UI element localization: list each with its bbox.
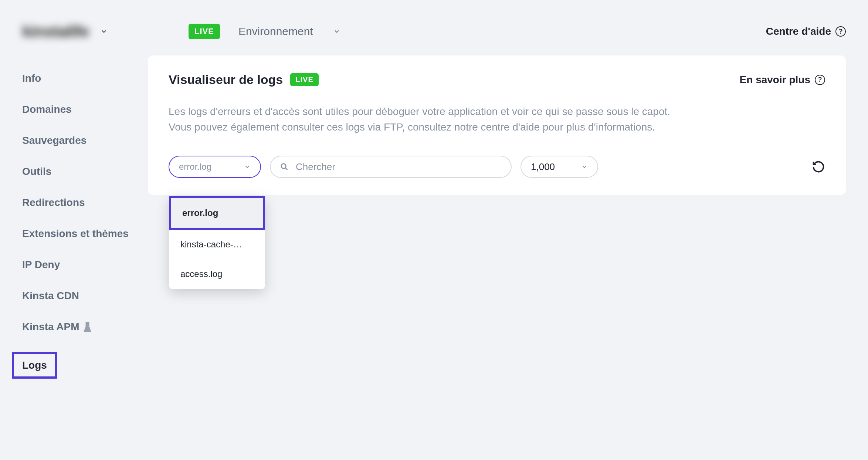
sidebar-item-label: Info — [22, 72, 41, 84]
controls-row: error.log error.log kinsta-cache-… acces… — [169, 156, 825, 178]
sidebar-item-label: Extensions et thèmes — [22, 228, 129, 240]
environment-selector[interactable] — [333, 28, 340, 35]
card-header: Visualiseur de logs LIVE En savoir plus … — [169, 72, 825, 87]
logs-card: Visualiseur de logs LIVE En savoir plus … — [148, 55, 846, 195]
search-field-wrap — [270, 156, 512, 178]
dropdown-option-access-log[interactable]: access.log — [169, 259, 265, 289]
line-count-value: 1,000 — [531, 161, 555, 173]
sidebar: Info Domaines Sauvegardes Outils Redirec… — [22, 55, 148, 388]
card-description: Les logs d'erreurs et d'accès sont utile… — [169, 104, 679, 135]
card-title: Visualiseur de logs — [169, 72, 283, 87]
chevron-down-icon — [581, 163, 588, 170]
beta-flask-icon — [84, 322, 91, 332]
sidebar-item-label: Sauvegardes — [22, 135, 87, 146]
sidebar-item-extensions[interactable]: Extensions et thèmes — [22, 218, 148, 249]
search-icon — [280, 163, 288, 171]
dropdown-option-error-log[interactable]: error.log — [169, 196, 265, 230]
live-badge: LIVE — [189, 24, 220, 39]
log-file-select[interactable]: error.log error.log kinsta-cache-… acces… — [169, 156, 261, 178]
chevron-down-icon — [244, 163, 251, 170]
sidebar-item-label: Kinsta CDN — [22, 290, 79, 302]
environment-label: Environnement — [238, 25, 313, 38]
learn-more-label: En savoir plus — [740, 74, 810, 86]
sidebar-item-domaines[interactable]: Domaines — [22, 94, 148, 125]
line-count-select[interactable]: 1,000 — [521, 156, 598, 178]
sidebar-item-redirections[interactable]: Redirections — [22, 187, 148, 218]
live-badge-small: LIVE — [290, 73, 318, 86]
chevron-down-icon — [100, 28, 108, 35]
site-selector[interactable]: kinstalife — [22, 22, 174, 41]
sidebar-item-kinsta-cdn[interactable]: Kinsta CDN — [22, 280, 148, 311]
sidebar-item-label: Domaines — [22, 104, 72, 115]
chevron-down-icon — [333, 28, 340, 35]
svg-line-1 — [285, 168, 288, 170]
question-icon: ? — [835, 26, 846, 37]
topbar: kinstalife LIVE Environnement Centre d'a… — [0, 0, 868, 55]
learn-more-link[interactable]: En savoir plus ? — [740, 74, 825, 86]
sidebar-item-ip-deny[interactable]: IP Deny — [22, 249, 148, 280]
sidebar-item-sauvegardes[interactable]: Sauvegardes — [22, 125, 148, 156]
log-file-select-value: error.log — [179, 162, 211, 172]
site-name: kinstalife — [22, 22, 89, 41]
refresh-button[interactable] — [812, 160, 825, 173]
sidebar-item-label: Outils — [22, 166, 51, 177]
question-icon: ? — [815, 75, 825, 85]
sidebar-item-kinsta-apm[interactable]: Kinsta APM — [22, 311, 148, 342]
refresh-icon — [812, 160, 825, 173]
svg-point-0 — [281, 164, 286, 169]
help-center-link[interactable]: Centre d'aide ? — [766, 26, 846, 37]
sidebar-item-label: Logs — [12, 352, 57, 379]
sidebar-item-label: IP Deny — [22, 259, 60, 271]
search-input[interactable] — [296, 161, 501, 173]
sidebar-item-info[interactable]: Info — [22, 63, 148, 94]
sidebar-item-logs[interactable]: Logs — [22, 342, 148, 388]
sidebar-item-label: Redirections — [22, 197, 85, 209]
log-file-dropdown: error.log kinsta-cache-… access.log — [169, 196, 265, 289]
sidebar-item-outils[interactable]: Outils — [22, 156, 148, 187]
help-center-label: Centre d'aide — [766, 26, 831, 37]
sidebar-item-label: Kinsta APM — [22, 321, 79, 333]
main-content: Visualiseur de logs LIVE En savoir plus … — [148, 55, 868, 388]
dropdown-option-kinsta-cache[interactable]: kinsta-cache-… — [169, 230, 265, 259]
